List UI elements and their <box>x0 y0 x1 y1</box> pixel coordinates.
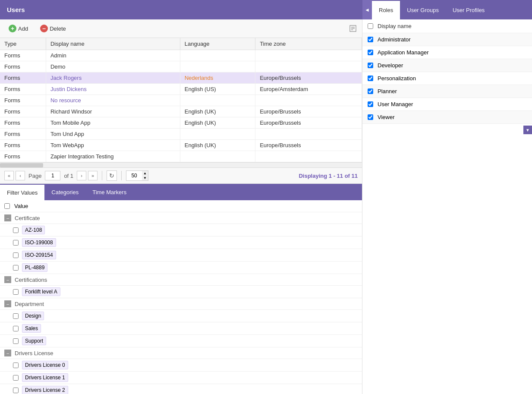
filter-item-checkbox[interactable] <box>13 388 19 393</box>
role-checkbox[interactable] <box>368 88 373 94</box>
role-checkbox[interactable] <box>368 37 373 42</box>
filter-item-checkbox[interactable] <box>13 362 19 368</box>
pag-displaying: Displaying 1 - 11 of <box>299 173 351 179</box>
collapse-right-panel-button[interactable]: ▼ <box>523 126 532 134</box>
page-title: Users <box>0 6 362 13</box>
filter-item-label: Sales <box>22 324 41 333</box>
page-input[interactable] <box>45 171 60 180</box>
collapse-left-button[interactable]: ◄ <box>362 0 372 19</box>
add-button[interactable]: + Add <box>4 23 32 34</box>
filter-item: PL-4889 <box>0 262 362 274</box>
filter-item-checkbox[interactable] <box>13 227 19 233</box>
filter-content: Value –CertificateAZ-108ISO-199008ISO-20… <box>0 200 362 394</box>
cell-language: English (UK) <box>180 117 255 129</box>
cell-type: Forms <box>0 151 46 162</box>
cell-type: Forms <box>0 84 46 95</box>
table-row[interactable]: FormsDemo <box>0 61 362 72</box>
filter-item-checkbox[interactable] <box>13 338 19 344</box>
cell-timezone <box>255 95 362 106</box>
filter-item-checkbox[interactable] <box>13 265 19 271</box>
roles-header-checkbox[interactable] <box>368 23 373 29</box>
role-checkbox[interactable] <box>368 50 373 55</box>
page-size-up[interactable]: ▲ <box>142 171 148 176</box>
filter-item: ISO-199008 <box>0 236 362 249</box>
cell-language <box>180 50 255 61</box>
tab-user-groups[interactable]: User Groups <box>400 0 446 19</box>
page-size-down[interactable]: ▼ <box>142 176 148 180</box>
cell-type: Forms <box>0 61 46 72</box>
cell-language: English (UK) <box>180 106 255 117</box>
filter-group-collapse-icon: – <box>4 276 11 283</box>
tab-user-profiles[interactable]: User Profiles <box>446 0 491 19</box>
role-label: Developer <box>378 62 403 69</box>
export-icon[interactable] <box>348 24 358 33</box>
filter-item-label: Forklift level A <box>22 287 60 296</box>
main-layout: + Add – Delete Type Display name Languag… <box>0 19 532 394</box>
table-row[interactable]: FormsJack RogersNederlandsEurope/Brussel… <box>0 72 362 84</box>
table-row[interactable]: FormsTom Mobile AppEnglish (UK)Europe/Br… <box>0 117 362 129</box>
table-row[interactable]: FormsAdmin <box>0 50 362 61</box>
tab-filter-values[interactable]: Filter Values <box>0 184 44 200</box>
cell-type: Forms <box>0 129 46 140</box>
cell-language: Nederlands <box>180 72 255 84</box>
tab-categories[interactable]: Categories <box>44 184 85 200</box>
filter-item: Drivers License 0 <box>0 359 362 372</box>
role-checkbox[interactable] <box>368 76 373 81</box>
cell-display-name: No resource <box>46 95 180 106</box>
page-size-input[interactable] <box>126 171 142 180</box>
page-size-control: ▲ ▼ <box>126 170 148 181</box>
role-checkbox[interactable] <box>368 63 373 68</box>
filter-select-all-checkbox[interactable] <box>4 203 10 209</box>
refresh-button[interactable]: ↻ <box>107 170 117 181</box>
filter-item-checkbox[interactable] <box>13 289 19 295</box>
filter-group-name: Certifications <box>15 277 47 283</box>
next-page-button[interactable]: › <box>77 171 86 180</box>
role-item: Application Manager <box>362 46 532 59</box>
table-row[interactable]: FormsTom WebAppEnglish (UK)Europe/Brusse… <box>0 140 362 151</box>
table-row[interactable]: FormsJustin DickensEnglish (US)Europe/Am… <box>0 84 362 95</box>
pagination: « ‹ Page of 1 › » ↻ ▲ ▼ Displaying 1 - 1… <box>0 167 362 184</box>
cell-type: Forms <box>0 117 46 129</box>
filter-item-label: Drivers License 1 <box>22 373 68 382</box>
col-timezone: Time zone <box>255 38 362 50</box>
filter-group-header[interactable]: –Certifications <box>0 274 362 286</box>
role-checkbox[interactable] <box>368 101 373 107</box>
filter-item-label: AZ-108 <box>22 226 45 234</box>
filter-item-label: PL-4889 <box>22 263 47 272</box>
cell-timezone <box>255 129 362 140</box>
cell-language <box>180 95 255 106</box>
filter-item-checkbox[interactable] <box>13 375 19 381</box>
filter-item-checkbox[interactable] <box>13 252 19 258</box>
table-row[interactable]: FormsZapier Integration Testing <box>0 151 362 162</box>
filter-group-header[interactable]: –Drivers License <box>0 347 362 359</box>
tab-roles[interactable]: Roles <box>372 0 400 19</box>
filter-groups: –CertificateAZ-108ISO-199008ISO-209154PL… <box>0 212 362 394</box>
first-page-button[interactable]: « <box>4 171 14 180</box>
role-checkbox[interactable] <box>368 114 373 120</box>
horizontal-scrollbar[interactable] <box>0 162 362 167</box>
right-panel: Display name AdministratorApplication Ma… <box>362 19 532 394</box>
prev-page-button[interactable]: ‹ <box>16 171 25 180</box>
roles-list: AdministratorApplication ManagerDevelope… <box>362 33 532 124</box>
filter-item-checkbox[interactable] <box>13 313 19 319</box>
filter-item-label: Drivers License 2 <box>22 386 68 394</box>
filter-group-header[interactable]: –Certificate <box>0 212 362 224</box>
table-row[interactable]: FormsNo resource <box>0 95 362 106</box>
add-icon: + <box>9 25 16 32</box>
table-row[interactable]: FormsTom Und App <box>0 129 362 140</box>
role-item: User Manager <box>362 98 532 111</box>
tab-time-markers[interactable]: Time Markers <box>85 184 133 200</box>
delete-button[interactable]: – Delete <box>36 23 70 34</box>
filter-item-label: ISO-199008 <box>22 238 56 247</box>
filter-group-header[interactable]: –Department <box>0 298 362 310</box>
pagination-info: Displaying 1 - 11 of 11 <box>299 173 358 179</box>
table-row[interactable]: FormsRichard WindsorEnglish (UK)Europe/B… <box>0 106 362 117</box>
filter-item-label: ISO-209154 <box>22 251 56 259</box>
delete-label: Delete <box>50 25 66 32</box>
last-page-button[interactable]: » <box>88 171 98 180</box>
col-language: Language <box>180 38 255 50</box>
role-item: Administrator <box>362 33 532 46</box>
filter-value-header-row: Value <box>0 200 362 212</box>
filter-item-checkbox[interactable] <box>13 240 19 246</box>
filter-item-checkbox[interactable] <box>13 326 19 331</box>
